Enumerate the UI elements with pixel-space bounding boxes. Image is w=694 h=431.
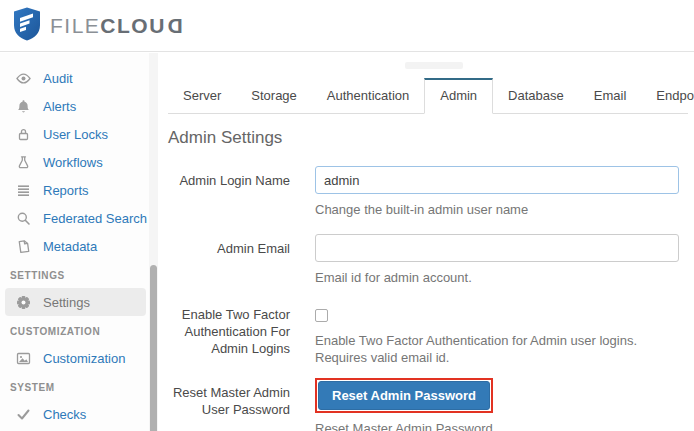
app-window: FILECLOUD Audit Alerts User Locks <box>0 0 694 431</box>
sidebar-item-alerts[interactable]: Alerts <box>0 92 149 120</box>
sidebar-item-federated-search[interactable]: Federated Search <box>0 204 149 232</box>
reset-admin-password-button[interactable]: Reset Admin Password <box>318 381 490 410</box>
admin-email-row: Admin Email Email id for admin account. <box>168 234 694 286</box>
admin-email-label: Admin Email <box>168 234 290 286</box>
search-icon <box>15 210 31 226</box>
bell-icon <box>15 98 31 114</box>
sidebar-item-label: Audit <box>43 71 73 86</box>
brand-file-text: FILE <box>50 14 100 37</box>
admin-email-input[interactable] <box>315 234 679 262</box>
sidebar-item-label: Reports <box>43 183 89 198</box>
tab-email[interactable]: Email <box>579 79 642 113</box>
sidebar-item-label: Customization <box>43 351 125 366</box>
sidebar-section-system: SYSTEM <box>0 381 149 394</box>
brand-wordmark: FILECLOUD <box>50 14 183 38</box>
sidebar-item-settings[interactable]: Settings <box>5 288 146 316</box>
sidebar-item-user-locks[interactable]: User Locks <box>0 120 149 148</box>
brand: FILECLOUD <box>12 7 183 45</box>
settings-tabs: Server Storage Authentication Admin Data… <box>168 78 688 114</box>
admin-email-help: Email id for admin account. <box>315 269 679 286</box>
brand-cloud-text: CLOU <box>100 14 166 37</box>
tab-authentication[interactable]: Authentication <box>312 79 424 113</box>
top-header: FILECLOUD <box>0 0 694 52</box>
sidebar-item-customization[interactable]: Customization <box>0 344 149 372</box>
image-icon <box>15 350 31 366</box>
document-copy-icon <box>15 238 31 254</box>
page-title: Admin Settings <box>168 128 694 148</box>
sidebar-item-label: Checks <box>43 407 86 422</box>
gear-icon <box>15 294 31 310</box>
admin-login-name-label: Admin Login Name <box>168 166 290 218</box>
sidebar-item-reports[interactable]: Reports <box>0 176 149 204</box>
sidebar-section-settings: SETTINGS <box>0 269 149 282</box>
admin-login-name-help: Change the built-in admin user name <box>315 201 679 218</box>
sidebar-scrollbar-thumb[interactable] <box>150 265 157 431</box>
two-factor-checkbox[interactable] <box>315 309 328 322</box>
sidebar-item-label: Alerts <box>43 99 76 114</box>
two-factor-help: Enable Two Factor Authentication for Adm… <box>315 332 679 366</box>
sidebar-item-workflows[interactable]: Workflows <box>0 148 149 176</box>
admin-settings-form: Admin Login Name Change the built-in adm… <box>168 166 694 431</box>
sidebar-item-label: Metadata <box>43 239 97 254</box>
admin-login-name-row: Admin Login Name Change the built-in adm… <box>168 166 694 218</box>
tab-server[interactable]: Server <box>168 79 236 113</box>
sidebar-item-audit[interactable]: Audit <box>0 64 149 92</box>
flask-icon <box>15 154 31 170</box>
sidebar-nav: Audit Alerts User Locks Workflows Report… <box>0 53 149 431</box>
sidebar-item-label: Workflows <box>43 155 103 170</box>
tab-database[interactable]: Database <box>493 79 579 113</box>
two-factor-label: Enable Two Factor Authentication For Adm… <box>168 304 290 366</box>
filecloud-shield-logo-icon <box>12 7 42 45</box>
tab-storage[interactable]: Storage <box>236 79 312 113</box>
tab-admin[interactable]: Admin <box>424 78 493 114</box>
main-content: Server Storage Authentication Admin Data… <box>158 53 694 431</box>
reset-password-help: Reset Master Admin Password <box>315 420 679 431</box>
list-icon <box>15 182 31 198</box>
sidebar-item-checks[interactable]: Checks <box>0 400 149 428</box>
reset-password-row: Reset Master Admin User Password Reset A… <box>168 378 694 431</box>
tab-endpoint-backup[interactable]: Endpoint Backup <box>641 79 694 113</box>
sidebar-scrollbar-track[interactable] <box>149 53 158 431</box>
sidebar-section-customization: CUSTOMIZATION <box>0 325 149 338</box>
red-highlight-outline: Reset Admin Password <box>315 378 493 413</box>
sidebar-item-label: Federated Search <box>43 211 147 226</box>
two-factor-row: Enable Two Factor Authentication For Adm… <box>168 304 694 366</box>
checkmark-icon <box>15 406 31 422</box>
sidebar-item-label: User Locks <box>43 127 108 142</box>
reset-password-label: Reset Master Admin User Password <box>168 378 290 431</box>
brand-reversed-d: D <box>166 14 183 38</box>
admin-login-name-input[interactable] <box>315 166 679 194</box>
lock-icon <box>15 126 31 142</box>
eye-icon <box>15 70 31 86</box>
sidebar-item-metadata[interactable]: Metadata <box>0 232 149 260</box>
faint-scrolled-text-artifact <box>405 62 463 69</box>
sidebar-item-label: Settings <box>43 295 90 310</box>
